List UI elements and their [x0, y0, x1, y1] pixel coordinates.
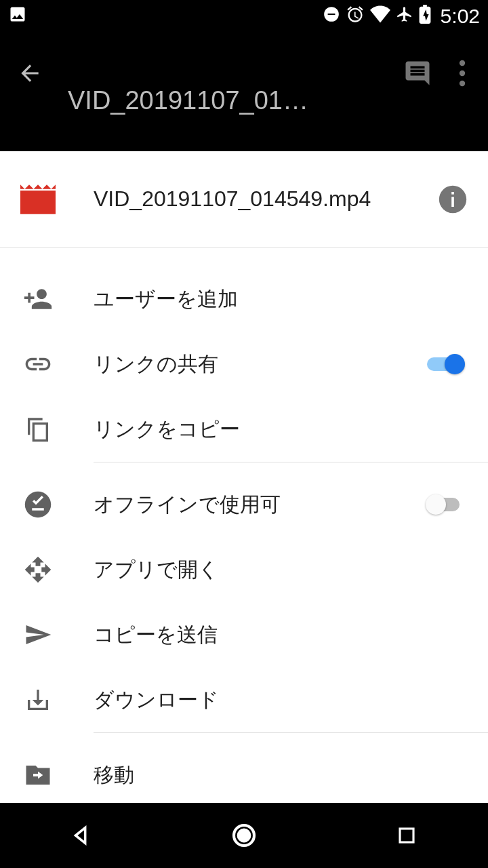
copy-icon: [20, 416, 56, 443]
divider: [94, 732, 488, 733]
svg-rect-12: [400, 829, 413, 842]
back-button[interactable]: [5, 53, 54, 94]
svg-rect-1: [327, 13, 335, 14]
navigation-bar: [0, 803, 488, 868]
link-share-toggle[interactable]: [424, 351, 468, 378]
svg-rect-7: [451, 192, 454, 195]
add-user-label: ユーザーを追加: [94, 285, 468, 313]
video-file-icon: [20, 184, 56, 215]
app-bar: VID_20191107_01…: [0, 33, 488, 151]
svg-point-9: [25, 492, 52, 518]
status-time: 5:02: [441, 5, 480, 28]
person-add-icon: [20, 284, 56, 314]
nav-back-button[interactable]: [41, 815, 122, 856]
battery-charging-icon: [419, 5, 431, 28]
svg-point-11: [239, 830, 250, 842]
alarm-icon: [346, 5, 365, 28]
svg-point-3: [460, 71, 465, 76]
link-icon: [20, 349, 56, 379]
image-icon: [8, 5, 27, 28]
status-bar: 5:02: [0, 0, 488, 33]
open-with-icon: [20, 555, 56, 584]
offline-row[interactable]: オフラインで使用可: [0, 472, 488, 537]
move-label: 移動: [94, 762, 468, 789]
content-area: VID_20191107_014549.mp4 ユーザーを追加 リンクの共有 リ…: [0, 151, 488, 803]
nav-recent-button[interactable]: [366, 815, 447, 856]
svg-point-2: [460, 60, 465, 66]
link-share-row[interactable]: リンクの共有: [0, 332, 488, 397]
send-copy-row[interactable]: コピーを送信: [0, 602, 488, 667]
comment-button[interactable]: [393, 53, 442, 94]
svg-rect-6: [451, 197, 454, 207]
folder-move-icon: [20, 761, 56, 789]
file-name: VID_20191107_014549.mp4: [94, 186, 438, 212]
svg-point-4: [460, 81, 465, 86]
send-icon: [20, 620, 56, 649]
download-row[interactable]: ダウンロード: [0, 667, 488, 732]
send-copy-label: コピーを送信: [94, 621, 468, 649]
copy-link-row[interactable]: リンクをコピー: [0, 397, 488, 462]
offline-toggle[interactable]: [424, 491, 468, 518]
open-with-row[interactable]: アプリで開く: [0, 537, 488, 602]
divider: [94, 462, 488, 462]
offline-label: オフラインで使用可: [94, 491, 424, 519]
add-user-row[interactable]: ユーザーを追加: [0, 267, 488, 332]
svg-rect-8: [33, 424, 47, 441]
copy-link-label: リンクをコピー: [94, 416, 468, 443]
airplane-icon: [396, 5, 413, 28]
nav-home-button[interactable]: [203, 815, 285, 856]
move-row[interactable]: 移動: [0, 743, 488, 803]
app-bar-title: VID_20191107_01…: [54, 86, 393, 115]
open-with-label: アプリで開く: [94, 556, 468, 584]
offline-pin-icon: [20, 490, 56, 519]
download-label: ダウンロード: [94, 686, 468, 714]
wifi-icon: [370, 5, 390, 28]
link-share-label: リンクの共有: [94, 351, 424, 378]
dnd-icon: [323, 5, 340, 28]
file-header-row: VID_20191107_014549.mp4: [0, 151, 488, 248]
download-icon: [20, 686, 56, 713]
info-button[interactable]: [438, 184, 468, 214]
more-button[interactable]: [442, 53, 483, 94]
